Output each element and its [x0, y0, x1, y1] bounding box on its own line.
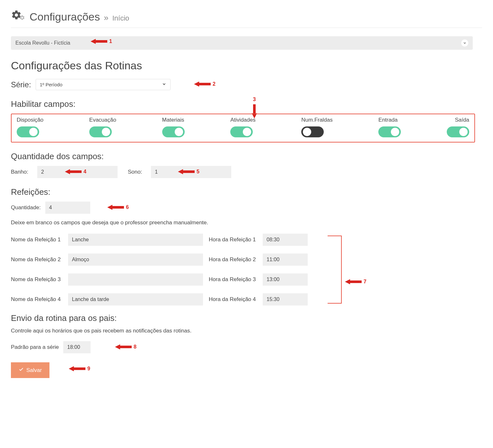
meals-group: Nome da Refeição 1 Hora da Refeição 1 No…	[11, 234, 342, 306]
toggle-evacuacao: Evacuação	[89, 117, 116, 137]
meal-time-label: Hora da Refeição 1	[209, 237, 257, 243]
page-header: Configurações » Início	[11, 10, 482, 23]
meal-time-label: Hora da Refeição 3	[209, 276, 257, 283]
annotation-9: 9	[87, 366, 90, 372]
toggle-materiais-switch[interactable]	[162, 126, 185, 137]
meals-label: Refeições:	[11, 187, 482, 197]
sono-label: Sono:	[128, 169, 142, 175]
annotation-7: 7	[364, 279, 366, 285]
toggle-atividades: Atividades	[230, 117, 255, 137]
enable-fields-label: Habilitar campos:	[11, 99, 482, 109]
annotation-8: 8	[134, 344, 136, 350]
toggle-disposicao: Disposição	[17, 117, 43, 137]
send-parents-sub: Controle aqui os horários que os pais re…	[11, 328, 482, 334]
meal-time-label: Hora da Refeição 2	[209, 256, 257, 263]
school-select[interactable]: Escola Revollu - Fictícia	[11, 36, 473, 50]
meal-name-input[interactable]	[68, 293, 203, 306]
section-title: Configurações das Rotinas	[11, 59, 482, 72]
school-select-value: Escola Revollu - Fictícia	[15, 40, 70, 46]
meal-name-label: Nome da Refeição 3	[11, 276, 62, 283]
gear-icon	[11, 10, 25, 21]
save-button[interactable]: Salvar	[11, 362, 49, 378]
toggle-numfraldas: Num.Fraldas	[301, 117, 332, 137]
meal-name-label: Nome da Refeição 1	[11, 237, 62, 243]
sono-input[interactable]	[151, 166, 231, 178]
annotation-2: 2	[213, 81, 216, 87]
meal-name-input[interactable]	[68, 273, 203, 286]
check-icon	[19, 367, 24, 374]
svg-marker-1	[194, 82, 211, 87]
enable-fields-group: Disposição Evacuação Materiais Atividade…	[11, 114, 475, 142]
toggle-disposicao-switch[interactable]	[17, 126, 39, 137]
meal-row: Nome da Refeição 2 Hora da Refeição 2	[11, 254, 342, 266]
svg-marker-7	[115, 344, 132, 349]
meal-row: Nome da Refeição 1 Hora da Refeição 1	[11, 234, 342, 246]
banho-input[interactable]	[37, 166, 118, 178]
quantities-label: Quantidade dos campos:	[11, 151, 482, 161]
send-parents-label: Envio da rotina para os pais:	[11, 313, 482, 323]
meal-row: Nome da Refeição 3 Hora da Refeição 3	[11, 273, 342, 286]
meal-time-label: Hora da Refeição 4	[209, 296, 257, 303]
toggle-atividades-switch[interactable]	[230, 126, 253, 137]
meal-row: Nome da Refeição 4 Hora da Refeição 4	[11, 293, 342, 306]
meal-time-input[interactable]	[263, 273, 308, 286]
serie-select[interactable]: 1º Período	[36, 79, 171, 90]
meal-time-input[interactable]	[263, 234, 308, 246]
svg-marker-8	[69, 366, 85, 371]
bracket-annotation	[328, 236, 342, 304]
chevron-down-icon	[461, 39, 468, 47]
toggle-evacuacao-switch[interactable]	[89, 126, 112, 137]
page-title: Configurações	[30, 11, 100, 23]
default-serie-input[interactable]	[63, 341, 91, 353]
toggle-entrada: Entrada	[378, 117, 401, 137]
meal-name-input[interactable]	[68, 234, 203, 246]
divider	[11, 28, 482, 28]
toggle-numfraldas-switch[interactable]	[301, 126, 324, 137]
svg-marker-5	[107, 205, 124, 210]
svg-marker-6	[345, 279, 362, 284]
default-serie-label: Padrão para a série	[11, 344, 59, 350]
meals-help: Deixe em branco os campos que deseja que…	[11, 220, 482, 226]
save-button-label: Salvar	[26, 367, 42, 374]
serie-label: Série:	[11, 80, 31, 89]
meal-name-input[interactable]	[68, 254, 203, 266]
breadcrumb[interactable]: Início	[112, 14, 129, 22]
meals-qty-input[interactable]	[45, 202, 90, 214]
chevron-down-icon	[162, 82, 166, 87]
annotation-6: 6	[126, 204, 129, 210]
meal-name-label: Nome da Refeição 2	[11, 256, 62, 263]
toggle-saida: Saída	[447, 117, 469, 137]
serie-value: 1º Período	[40, 82, 63, 87]
meal-time-input[interactable]	[263, 293, 308, 306]
meal-time-input[interactable]	[263, 254, 308, 266]
meal-name-label: Nome da Refeição 4	[11, 296, 62, 303]
meals-qty-label: Quantidade:	[11, 204, 41, 211]
toggle-materiais: Materiais	[162, 117, 185, 137]
breadcrumb-separator: »	[104, 13, 108, 23]
toggle-entrada-switch[interactable]	[378, 126, 401, 137]
toggle-saida-switch[interactable]	[447, 126, 469, 137]
banho-label: Banho:	[11, 169, 28, 175]
